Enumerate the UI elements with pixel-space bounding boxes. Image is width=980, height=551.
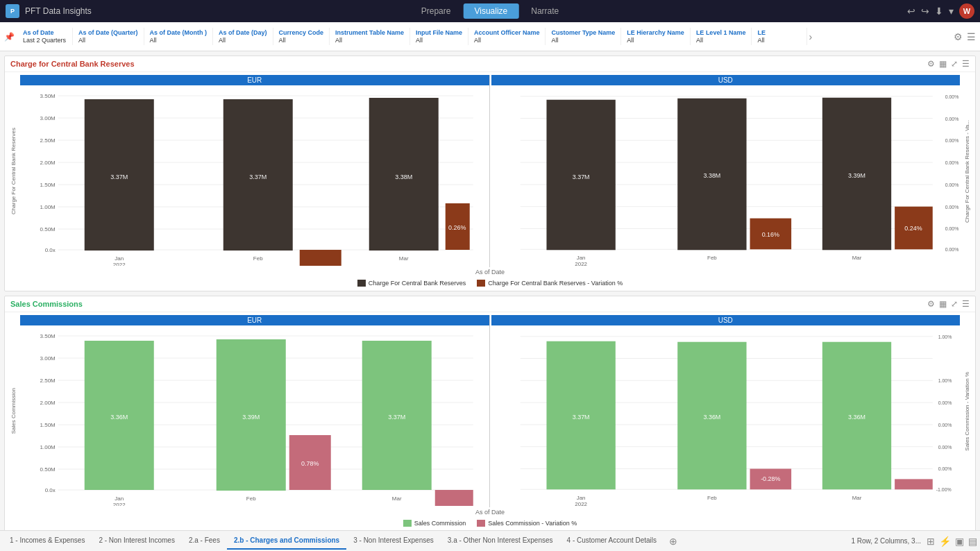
undo-icon[interactable]: ↩: [907, 6, 915, 17]
svg-text:0.00%: 0.00%: [938, 445, 952, 450]
tab-other-non-interest[interactable]: 3.a - Other Non Interest Expenses: [441, 532, 560, 550]
filter-menu-icon[interactable]: ☰: [967, 31, 976, 42]
charge-x-axis-label: As of Date: [8, 267, 972, 277]
sales-panel-icons: ⚙ ▦ ⤢ ☰: [927, 299, 970, 309]
filter-le[interactable]: LE All: [752, 28, 807, 45]
svg-text:0.00%: 0.00%: [945, 138, 958, 143]
charge-chart-body: Charge For Central Bank Reserves EUR 3.5…: [5, 72, 975, 291]
svg-text:0.00%: 0.00%: [945, 160, 958, 165]
charge-panel-icons: ⚙ ▦ ⤢ ☰: [927, 59, 970, 69]
filter-settings-icon[interactable]: ⚙: [954, 31, 963, 42]
filter-day[interactable]: As of Date (Day) All: [213, 28, 273, 45]
filter-value-input: All: [416, 37, 462, 44]
charge-legend-main-color: [357, 280, 366, 287]
filter-account-officer[interactable]: Account Officer Name All: [468, 28, 546, 45]
filter-expand-icon[interactable]: ›: [809, 31, 812, 42]
svg-text:0.0x: 0.0x: [45, 487, 56, 493]
sales-eur-header: EUR: [20, 315, 489, 325]
sales-usd-header: USD: [491, 315, 961, 325]
nav-visualize[interactable]: Visualize: [463, 3, 518, 19]
filter-label-input: Input File Name: [416, 29, 462, 36]
filter-value-month: All: [150, 37, 208, 44]
menu-icon-2[interactable]: ☰: [962, 299, 970, 309]
charge-legend-var-color: [477, 280, 485, 287]
tab-fees[interactable]: 2.a - Fees: [182, 532, 227, 550]
svg-text:2022: 2022: [113, 502, 126, 506]
bottom-tab-bar: 1 - Incomes & Expenses 2 - Non Interest …: [0, 530, 980, 551]
menu-icon[interactable]: ☰: [962, 59, 970, 69]
grid-icon[interactable]: ▣: [955, 536, 964, 547]
svg-text:0.00%: 0.00%: [945, 247, 958, 252]
download-icon[interactable]: ⬇: [935, 6, 943, 17]
svg-text:Feb: Feb: [253, 255, 263, 262]
bar-chart-icon[interactable]: ▦: [939, 59, 947, 69]
more-icon[interactable]: ▾: [949, 6, 954, 17]
nav-narrate[interactable]: Narrate: [520, 3, 570, 19]
filter-le-level1[interactable]: LE Level 1 Name All: [691, 28, 752, 45]
tab-charges-commissions[interactable]: 2.b - Charges and Commissions: [227, 532, 346, 550]
top-navigation: Prepare Visualize Narrate: [410, 3, 571, 19]
svg-text:0.78%: 0.78%: [301, 460, 319, 467]
charge-chart-row: Charge For Central Bank Reserves EUR 3.5…: [8, 75, 972, 267]
svg-text:0.50M: 0.50M: [40, 226, 56, 232]
charge-usd-mar-value: 3.39M: [848, 172, 865, 179]
filter-currency[interactable]: Currency Code All: [273, 28, 330, 45]
sidebar-icon[interactable]: ▤: [968, 536, 977, 547]
expand-icon-2[interactable]: ⤢: [951, 299, 958, 309]
nav-prepare[interactable]: Prepare: [410, 3, 462, 19]
sales-usd-section: USD 3.37M Jan 2022: [491, 315, 961, 507]
charge-usd-mar-var-value: 0.24%: [904, 225, 922, 232]
svg-text:Mar: Mar: [852, 255, 861, 261]
charge-y-axis-label: Charge For Central Bank Reserves: [8, 75, 19, 267]
tab-add-button[interactable]: ⊕: [664, 533, 683, 550]
svg-text:0.0x: 0.0x: [45, 247, 56, 253]
svg-text:3.36M: 3.36M: [110, 414, 128, 421]
charge-eur-header: EUR: [20, 75, 489, 85]
charge-legend-var: Charge For Central Bank Reserves - Varia…: [477, 280, 623, 287]
lightning-icon[interactable]: ⚡: [939, 536, 951, 547]
expand-icon[interactable]: ⤢: [951, 59, 958, 69]
svg-text:2.00M: 2.00M: [40, 400, 56, 406]
filter-customer-type[interactable]: Customer Type Name All: [546, 28, 621, 45]
filter-month[interactable]: As of Date (Month ) All: [144, 28, 214, 45]
svg-text:Mar: Mar: [392, 495, 402, 502]
tab-non-interest-expenses[interactable]: 3 - Non Interest Expenses: [346, 532, 441, 550]
svg-text:2.00M: 2.00M: [40, 160, 56, 166]
bar-chart-icon-2[interactable]: ▦: [939, 299, 947, 309]
filter-label-quarter: As of Date (Quarter): [78, 29, 138, 36]
svg-text:Jan: Jan: [576, 495, 585, 501]
svg-text:3.36M: 3.36M: [703, 414, 720, 421]
sales-eur-chart: 3.50M 3.00M 2.50M 2.00M 1.50M 1.00M 0.50…: [20, 325, 489, 506]
main-content: Charge for Central Bank Reserves ⚙ ▦ ⤢ ☰…: [0, 51, 980, 530]
status-text: 1 Row, 2 Columns, 3...: [851, 537, 921, 545]
sales-legend-main-color: [403, 520, 412, 527]
filter-le-hierarchy[interactable]: LE Hierarchy Name All: [621, 28, 691, 45]
charge-usd-section: USD 3.37M Jan: [491, 75, 961, 267]
settings-icon[interactable]: ⚙: [927, 59, 935, 69]
filter-label-account: Account Officer Name: [474, 29, 540, 36]
sales-legend-var-label: Sales Commission - Variation %: [488, 520, 577, 527]
filter-as-of-date[interactable]: As of Date Last 2 Quarters: [17, 28, 73, 45]
svg-text:2022: 2022: [575, 261, 587, 266]
sales-eur-section: EUR 3.50M 3.00M 2.50M 2.00M 1.50M 1.00M …: [20, 315, 490, 507]
user-avatar[interactable]: W: [959, 3, 974, 19]
redo-icon[interactable]: ↪: [921, 6, 929, 17]
filter-quarter[interactable]: As of Date (Quarter) All: [73, 28, 144, 45]
charge-eur-feb-value: 3.37M: [249, 173, 267, 180]
sales-x-axis-label: As of Date: [8, 507, 972, 517]
sales-legend-var-color: [477, 520, 485, 527]
filter-instrument[interactable]: Instrument Table Name All: [330, 28, 410, 45]
settings-icon-2[interactable]: ⚙: [927, 299, 935, 309]
tab-incomes-expenses[interactable]: 1 - Incomes & Expenses: [3, 532, 92, 550]
sales-usd-chart: 3.37M Jan 2022 3.36M -0.28% Feb 3.36M: [491, 325, 961, 506]
svg-text:3.37M: 3.37M: [572, 414, 589, 421]
filter-input-file[interactable]: Input File Name All: [410, 28, 468, 45]
sales-commissions-panel: Sales Commissions ⚙ ▦ ⤢ ☰ Sales Commissi…: [4, 296, 976, 530]
svg-text:-0.28%: -0.28%: [761, 475, 780, 482]
filter-label-le-level1: LE Level 1 Name: [696, 29, 746, 36]
tab-non-interest-incomes[interactable]: 2 - Non Interest Incomes: [92, 532, 182, 550]
fit-page-icon[interactable]: ⊞: [927, 536, 935, 547]
tab-customer-account[interactable]: 4 - Customer Account Details: [560, 532, 664, 550]
sales-panel-header: Sales Commissions ⚙ ▦ ⤢ ☰: [5, 296, 975, 312]
filter-value-day: All: [219, 37, 267, 44]
